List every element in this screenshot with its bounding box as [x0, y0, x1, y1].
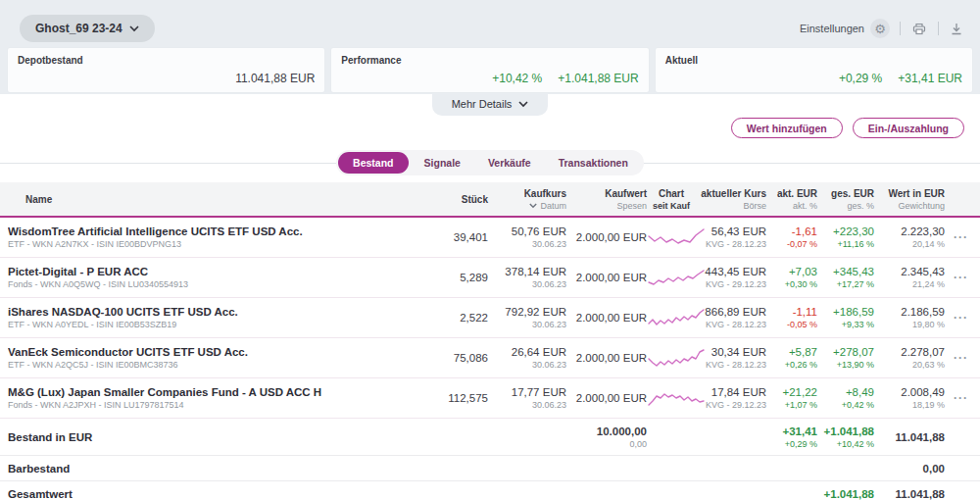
row-menu-icon[interactable]: ··· — [954, 393, 968, 403]
summary-wert-cell: 11.041,88 — [874, 430, 945, 444]
payment-button[interactable]: Ein-/Auszahlung — [853, 118, 964, 138]
position-name: iShares NASDAQ-100 UCITS ETF USD Acc. — [8, 305, 427, 319]
position-kurs: 866,89 EUR — [696, 305, 766, 319]
position-ges-cell: +8,49 +0,42 % — [817, 385, 874, 411]
position-kaufkurs: 378,14 EUR — [488, 265, 566, 278]
position-boerse: KVG - 28.12.23 — [696, 238, 766, 250]
col-stueck: Stück — [427, 193, 488, 206]
download-button[interactable] — [949, 21, 964, 37]
position-name-cell[interactable]: iShares NASDAQ-100 UCITS ETF USD Acc. ET… — [8, 305, 427, 330]
position-kaufkurs: 792,92 EUR — [488, 305, 566, 319]
position-row[interactable]: VanEck Semiconductor UCITS ETF USD Acc. … — [0, 338, 980, 378]
position-akt-eur: -1,61 — [766, 225, 817, 238]
position-kaufwert-cell: 2.000,00 EUR — [566, 230, 647, 244]
gesamtwert-wert: 11.041,88 — [874, 487, 945, 500]
card-aktuell-value: +31,41 EUR — [898, 72, 962, 85]
depot-selector-label: Ghost_69 23-24 — [35, 22, 122, 35]
position-akt-pct: -0,05 % — [766, 319, 817, 330]
position-kaufdatum: 30.06.23 — [488, 278, 566, 290]
position-akt-eur: -1,11 — [766, 305, 817, 319]
position-gewichtung: 18,19 % — [874, 399, 945, 411]
position-name: M&G (Lux) Japan Smaller Companies Fund -… — [8, 385, 427, 399]
depot-selector[interactable]: Ghost_69 23-24 — [20, 15, 155, 42]
position-akt-cell: +21,22 +1,07 % — [766, 385, 817, 411]
position-kaufkurs-cell: 50,76 EUR 30.06.23 — [488, 225, 566, 250]
position-chart-cell[interactable] — [647, 347, 696, 369]
row-menu-icon[interactable]: ··· — [954, 353, 968, 363]
print-button[interactable] — [910, 21, 928, 37]
position-kaufdatum: 30.06.23 — [488, 359, 566, 371]
position-name: WisdomTree Artificial Intelligence UCITS… — [8, 225, 427, 238]
row-menu-icon[interactable]: ··· — [954, 273, 968, 282]
tab-transaktionen[interactable]: Transaktionen — [547, 152, 640, 174]
position-row[interactable]: Pictet-Digital - P EUR ACC Fonds - WKN A… — [0, 258, 980, 298]
position-kaufkurs: 26,64 EUR — [488, 345, 566, 359]
position-boerse: KVG - 29.12.23 — [696, 399, 766, 411]
position-wert: 2.223,30 — [874, 225, 945, 238]
row-menu-icon[interactable]: ··· — [954, 313, 968, 323]
summary-gesamtwert-row: Gesamtwert +1.041,88 11.041,88 — [0, 481, 980, 500]
position-stueck-cell: 112,575 — [427, 391, 488, 405]
more-details-button[interactable]: Mehr Details — [432, 94, 549, 116]
card-depotbestand-label: Depotbestand — [18, 55, 315, 66]
position-stueck: 2,522 — [427, 311, 488, 325]
col-kaufkurs-label: Kaufkurs — [488, 187, 566, 200]
position-kaufkurs: 17,77 EUR — [488, 385, 566, 399]
position-name-cell[interactable]: WisdomTree Artificial Intelligence UCITS… — [8, 225, 427, 250]
position-stueck: 5,289 — [427, 271, 488, 284]
position-akt-cell: +7,03 +0,30 % — [766, 265, 817, 290]
position-name: Pictet-Digital - P EUR ACC — [8, 265, 427, 278]
position-ges-eur: +278,07 — [817, 345, 874, 359]
position-ges-pct: +9,33 % — [817, 319, 874, 330]
position-ges-cell: +278,07 +13,90 % — [817, 345, 874, 371]
position-row[interactable]: WisdomTree Artificial Intelligence UCITS… — [0, 218, 980, 258]
chevron-down-icon — [129, 25, 139, 32]
position-gewichtung: 21,24 % — [874, 278, 945, 290]
position-kaufwert-cell: 2.000,00 EUR — [566, 271, 647, 284]
position-chart-cell[interactable] — [647, 267, 696, 288]
tab-verkaeufe[interactable]: Verkäufe — [476, 152, 543, 174]
position-chart-cell[interactable] — [647, 307, 696, 328]
position-chart-cell[interactable] — [647, 387, 696, 409]
position-stueck-cell: 2,522 — [427, 311, 488, 325]
col-wert-label: Wert in EUR — [874, 187, 945, 200]
position-name-cell[interactable]: VanEck Semiconductor UCITS ETF USD Acc. … — [8, 345, 427, 371]
summary-ges-eur: +1.041,88 — [817, 425, 874, 438]
card-performance-pct: +10,42 % — [492, 72, 542, 85]
col-kurs-label: aktueller Kurs — [696, 187, 766, 200]
card-performance: Performance +10,42 % +1.041,88 EUR — [331, 48, 648, 92]
row-menu-icon[interactable]: ··· — [954, 232, 968, 242]
position-boerse: KVG - 29.12.23 — [696, 278, 766, 290]
position-akt-pct: -0,07 % — [766, 238, 817, 250]
position-gewichtung: 20,14 % — [874, 238, 945, 250]
position-kaufwert: 2.000,00 EUR — [566, 311, 647, 325]
table-body: WisdomTree Artificial Intelligence UCITS… — [0, 218, 980, 419]
col-kaufkurs-sort[interactable]: Kaufkurs Datum — [488, 187, 566, 212]
summary-akt-eur: +31,41 — [766, 425, 817, 438]
position-kaufkurs-cell: 792,92 EUR 30.06.23 — [488, 305, 566, 330]
position-stueck-cell: 39,401 — [427, 230, 488, 244]
position-akt-cell: -1,11 -0,05 % — [766, 305, 817, 330]
position-name-cell[interactable]: M&G (Lux) Japan Smaller Companies Fund -… — [8, 385, 427, 411]
position-kaufkurs-cell: 378,14 EUR 30.06.23 — [488, 265, 566, 290]
position-kaufdatum: 30.06.23 — [488, 399, 566, 411]
position-name-cell[interactable]: Pictet-Digital - P EUR ACC Fonds - WKN A… — [8, 265, 427, 290]
col-name: Name — [8, 193, 427, 206]
position-kurs: 30,34 EUR — [696, 345, 766, 359]
add-value-button[interactable]: Wert hinzufügen — [731, 118, 843, 138]
position-chart-cell[interactable] — [647, 226, 696, 248]
summary-barbestand-row: Barbestand 0,00 — [0, 456, 980, 481]
position-ges-eur: +345,43 — [817, 265, 874, 278]
col-akt: akt. EUR akt. % — [766, 187, 817, 212]
col-name-label: Name — [8, 193, 427, 206]
tab-signale[interactable]: Signale — [413, 152, 472, 174]
position-akt-eur: +5,87 — [766, 345, 817, 359]
summary-kaufwert: 10.000,00 — [566, 425, 647, 438]
position-row[interactable]: iShares NASDAQ-100 UCITS ETF USD Acc. ET… — [0, 298, 980, 338]
position-ges-cell: +345,43 +17,27 % — [817, 265, 874, 290]
positions-table: Name Stück Kaufkurs Datum Kaufwert Spese… — [0, 182, 980, 500]
position-row[interactable]: M&G (Lux) Japan Smaller Companies Fund -… — [0, 378, 980, 419]
tab-bestand[interactable]: Bestand — [338, 152, 408, 174]
settings-button[interactable]: Einstellungen ⚙ — [800, 19, 890, 38]
more-details-label: Mehr Details — [452, 98, 513, 110]
